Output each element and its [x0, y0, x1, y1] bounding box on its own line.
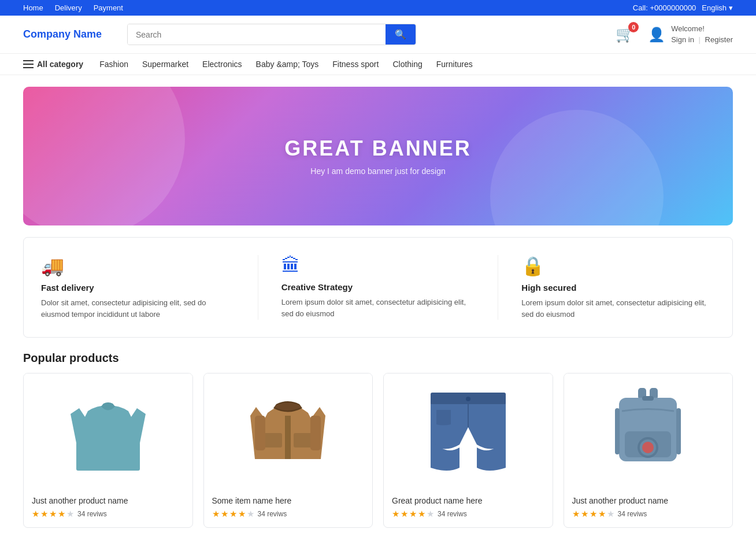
- product-name-3: Great product name here: [392, 496, 544, 505]
- review-count-2: 34 reviws: [258, 510, 287, 518]
- star-2-4: ★: [238, 509, 246, 519]
- product-image-jacket: [250, 384, 325, 479]
- star-3-2: ★: [401, 509, 408, 519]
- nav-fashion[interactable]: Fashion: [99, 60, 128, 69]
- product-rating-3: ★ ★ ★ ★ ★ 34 reviws: [392, 509, 544, 519]
- svg-rect-17: [615, 408, 620, 454]
- nav-links: Fashion Supermarket Electronics Baby &am…: [99, 60, 473, 69]
- banner-title: GREAT BANNER: [284, 136, 471, 161]
- top-bar-right: Call: +0000000000 English ▾: [633, 3, 733, 12]
- hero-banner: GREAT BANNER Hey I am demo banner just f…: [23, 87, 733, 225]
- security-icon: 🔒: [521, 255, 715, 277]
- nav-electronics[interactable]: Electronics: [202, 60, 242, 69]
- topbar-home-link[interactable]: Home: [23, 3, 43, 12]
- svg-rect-1: [285, 416, 291, 459]
- star-4-2: ★: [581, 509, 588, 519]
- nav-fitness[interactable]: Fitness sport: [332, 60, 379, 69]
- feature-strategy-desc: Lorem ipsum dolor sit amet, consectetur …: [281, 297, 475, 319]
- top-bar-nav: Home Delivery Payment: [23, 3, 123, 12]
- star-4-4: ★: [598, 509, 606, 519]
- product-image-wrap-4: [564, 373, 733, 489]
- search-icon: 🔍: [395, 29, 406, 39]
- star-2-1: ★: [212, 509, 220, 519]
- sign-separator: |: [699, 35, 701, 44]
- feature-security-title: High secured: [521, 283, 715, 293]
- review-count-3: 34 reviws: [438, 510, 467, 518]
- star-4-1: ★: [572, 509, 580, 519]
- nav-supermarket[interactable]: Supermarket: [142, 60, 188, 69]
- register-link[interactable]: Register: [705, 35, 733, 44]
- svg-rect-5: [310, 416, 321, 450]
- svg-point-15: [642, 442, 654, 453]
- user-text: Welcome! Sign in | Register: [671, 24, 733, 45]
- nav-clothing[interactable]: Clothing: [392, 60, 422, 69]
- popular-products-title: Popular products: [23, 352, 733, 365]
- product-name-2: Some item name here: [212, 496, 365, 505]
- star-3-3: ★: [409, 509, 417, 519]
- star-3-5: ★: [427, 509, 434, 519]
- header-right: 🛒 0 👤 Welcome! Sign in | Register: [616, 24, 733, 45]
- features-section: 🚚 Fast delivery Dolor sit amet, consecte…: [23, 237, 733, 338]
- topbar-delivery-link[interactable]: Delivery: [55, 3, 82, 12]
- stars-2: ★ ★ ★ ★ ★: [212, 509, 254, 519]
- all-category[interactable]: All category: [23, 60, 83, 69]
- feature-divider-2: [498, 255, 498, 320]
- product-image-wrap-2: [204, 373, 373, 489]
- feature-strategy: 🏛 Creative Strategy Lorem ipsum dolor si…: [281, 255, 475, 320]
- hamburger-icon: [23, 60, 34, 68]
- language-label: English: [702, 3, 727, 12]
- product-card-2[interactable]: Some item name here ★ ★ ★ ★ ★ 34 reviws: [203, 373, 373, 528]
- star-4-3: ★: [590, 509, 597, 519]
- product-image-shirt: [68, 385, 149, 478]
- feature-delivery-title: Fast delivery: [41, 283, 235, 293]
- sign-in-link[interactable]: Sign in: [671, 35, 694, 44]
- search-button[interactable]: 🔍: [386, 24, 416, 45]
- product-card-4[interactable]: Just another product name ★ ★ ★ ★ ★ 34 r…: [564, 373, 733, 528]
- review-count-1: 34 reviws: [77, 510, 107, 518]
- header: Company Name 🔍 🛒 0 👤 Welcome! Sign in | …: [0, 16, 756, 54]
- feature-strategy-title: Creative Strategy: [281, 282, 475, 292]
- star-1-1: ★: [32, 509, 39, 519]
- product-info-1: Just another product name ★ ★ ★ ★ ★ 34 r…: [24, 489, 192, 527]
- review-count-4: 34 reviws: [618, 510, 647, 518]
- star-1-4: ★: [58, 509, 65, 519]
- nav-baby-toys[interactable]: Baby &amp; Toys: [256, 60, 319, 69]
- strategy-icon: 🏛: [281, 255, 475, 276]
- svg-rect-0: [76, 442, 140, 471]
- cart-icon-wrap[interactable]: 🛒 0: [616, 25, 634, 43]
- svg-rect-16: [642, 396, 654, 401]
- product-image-wrap-3: [384, 373, 553, 489]
- nav-furnitures[interactable]: Furnitures: [436, 60, 473, 69]
- sign-links: Sign in | Register: [671, 35, 733, 45]
- main-nav: All category Fashion Supermarket Electro…: [0, 54, 756, 75]
- topbar-payment-link[interactable]: Payment: [94, 3, 123, 12]
- logo[interactable]: Company Name: [23, 28, 116, 40]
- star-1-5: ★: [66, 509, 74, 519]
- search-bar: 🔍: [127, 24, 416, 45]
- product-image-wrap-1: [24, 373, 192, 489]
- cart-badge: 0: [628, 22, 639, 32]
- top-bar: Home Delivery Payment Call: +0000000000 …: [0, 0, 756, 16]
- product-rating-2: ★ ★ ★ ★ ★ 34 reviws: [212, 509, 365, 519]
- stars-3: ★ ★ ★ ★ ★: [392, 509, 434, 519]
- svg-rect-18: [676, 408, 681, 454]
- product-card-3[interactable]: Great product name here ★ ★ ★ ★ ★ 34 rev…: [383, 373, 553, 528]
- product-image-shorts: [425, 387, 512, 476]
- product-card-1[interactable]: Just another product name ★ ★ ★ ★ ★ 34 r…: [23, 373, 193, 528]
- language-dropdown[interactable]: English ▾: [702, 3, 733, 12]
- product-info-3: Great product name here ★ ★ ★ ★ ★ 34 rev…: [384, 489, 553, 527]
- product-image-backpack: [610, 385, 685, 478]
- product-name-4: Just another product name: [572, 496, 725, 505]
- svg-rect-4: [255, 416, 265, 450]
- product-rating-4: ★ ★ ★ ★ ★ 34 reviws: [572, 509, 725, 519]
- star-2-3: ★: [229, 509, 237, 519]
- all-category-label: All category: [37, 60, 83, 69]
- star-1-3: ★: [49, 509, 57, 519]
- products-grid: Just another product name ★ ★ ★ ★ ★ 34 r…: [23, 373, 733, 528]
- search-input[interactable]: [128, 24, 386, 45]
- svg-point-7: [466, 397, 470, 401]
- user-area: 👤 Welcome! Sign in | Register: [648, 24, 733, 45]
- product-info-4: Just another product name ★ ★ ★ ★ ★ 34 r…: [564, 489, 733, 527]
- stars-4: ★ ★ ★ ★ ★: [572, 509, 614, 519]
- phone-label: Call: +0000000000: [633, 3, 696, 12]
